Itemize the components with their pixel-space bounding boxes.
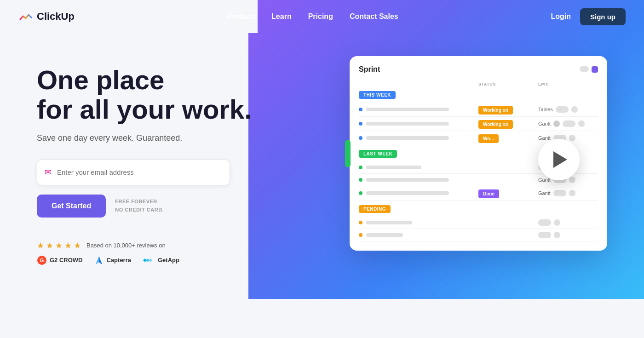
task-line xyxy=(366,108,449,111)
hero-dashboard: Sprint STATUS EPIC THIS WEEK xyxy=(281,52,616,251)
getapp-icon xyxy=(142,257,155,264)
reviews-section: ★ ★ ★ ★ ★ Based on 10,000+ reviews on G … xyxy=(37,241,281,265)
task-info xyxy=(359,178,478,182)
epic-info xyxy=(538,219,598,226)
badge-capterra-label: Capterra xyxy=(107,257,131,264)
star-3: ★ xyxy=(55,241,63,251)
card-title: Sprint xyxy=(359,65,380,74)
status-badge: Working on xyxy=(478,106,513,115)
table-row: Working on Tables xyxy=(359,103,598,117)
nav-links: Product Learn Pricing Contact Sales xyxy=(227,12,398,21)
table-row xyxy=(359,229,598,241)
svg-text:G: G xyxy=(40,258,44,263)
svg-marker-3 xyxy=(99,256,102,264)
epic-info: Gantt xyxy=(538,135,598,141)
card-header: Sprint xyxy=(359,65,598,74)
col-epic-header: EPIC xyxy=(538,82,598,86)
table-row: Working on Gantt xyxy=(359,117,598,131)
nav-learn[interactable]: Learn xyxy=(271,12,292,21)
task-dot xyxy=(359,178,362,182)
task-line xyxy=(366,136,449,140)
sidebar-accent xyxy=(345,140,351,167)
task-info xyxy=(359,166,478,169)
free-note: FREE FOREVER. NO CREDIT CARD. xyxy=(115,198,164,214)
form-actions: Get Started FREE FOREVER. NO CREDIT CARD… xyxy=(37,195,281,218)
task-dot xyxy=(359,136,362,140)
nav-actions: Login Sign up xyxy=(551,8,626,25)
task-dot xyxy=(359,122,362,126)
epic-label: Gantt xyxy=(538,135,551,141)
nav-pricing[interactable]: Pricing xyxy=(308,12,333,21)
hero-title: One place for all your work. xyxy=(37,65,281,124)
task-info xyxy=(359,136,478,140)
epic-label: Tables xyxy=(538,107,553,112)
epic-circle xyxy=(571,106,578,113)
status-badge: Done xyxy=(478,189,499,198)
g2-icon: G xyxy=(37,255,47,265)
epic-toggle xyxy=(553,190,566,196)
task-info xyxy=(359,122,478,126)
hero-section: One place for all your work. Save one da… xyxy=(37,52,281,265)
epic-info: Gantt xyxy=(538,190,598,196)
tag-this-week: THIS WEEK xyxy=(359,91,396,99)
task-line xyxy=(366,233,403,237)
epic-toggle xyxy=(556,106,569,113)
table-row: Done Gantt xyxy=(359,186,598,201)
logo[interactable]: ClickUp xyxy=(18,9,75,24)
signup-button[interactable]: Sign up xyxy=(580,8,626,25)
task-info xyxy=(359,221,478,224)
nav-contact-sales[interactable]: Contact Sales xyxy=(350,12,398,21)
task-line xyxy=(366,166,421,169)
login-button[interactable]: Login xyxy=(551,12,571,21)
task-info xyxy=(359,108,478,111)
review-badges: G G2 CROWD Capterra xyxy=(37,255,281,265)
badge-capterra: Capterra xyxy=(94,255,131,265)
task-line xyxy=(366,122,449,126)
get-started-button[interactable]: Get Started xyxy=(37,195,106,218)
task-line xyxy=(366,191,449,195)
task-line xyxy=(366,221,412,224)
tag-pending: PENDING xyxy=(359,205,391,213)
badge-getapp-label: GetApp xyxy=(158,257,179,264)
epic-circle xyxy=(554,219,560,226)
star-5: ★ xyxy=(74,241,81,251)
task-info xyxy=(359,191,478,195)
control-purple xyxy=(592,66,598,73)
play-icon xyxy=(553,151,567,168)
status-badge: Working on xyxy=(478,120,513,129)
task-dot xyxy=(359,221,362,224)
section-pending: PENDING xyxy=(359,204,598,241)
section-this-week: THIS WEEK Working on Tables xyxy=(359,90,598,145)
epic-circle xyxy=(553,120,560,127)
badge-g2: G G2 CROWD xyxy=(37,255,83,265)
nav-product[interactable]: Product xyxy=(227,12,255,21)
hero-title-line1: One place xyxy=(37,65,164,95)
task-dot xyxy=(359,108,362,111)
main-content: One place for all your work. Save one da… xyxy=(0,33,644,265)
epic-circle xyxy=(554,232,560,238)
navbar: ClickUp Product Learn Pricing Contact Sa… xyxy=(0,0,644,33)
email-input[interactable] xyxy=(57,168,222,176)
task-dot xyxy=(359,191,362,195)
tag-last-week: LAST WEEK xyxy=(359,150,397,158)
epic-label: Gantt xyxy=(538,177,551,183)
clickup-logo-icon xyxy=(18,9,33,24)
epic-info: Tables xyxy=(538,106,598,113)
epic-circle xyxy=(569,190,575,196)
table-header: STATUS EPIC xyxy=(359,80,598,88)
hero-subtitle: Save one day every week. Guaranteed. xyxy=(37,133,281,143)
email-icon: ✉ xyxy=(45,167,52,178)
capterra-icon xyxy=(94,255,104,265)
play-button[interactable] xyxy=(538,139,580,180)
epic-label: Gantt xyxy=(538,121,551,126)
epic-info: Gantt xyxy=(538,120,598,127)
card-controls xyxy=(580,66,598,73)
epic-label: Gantt xyxy=(538,190,551,196)
logo-text: ClickUp xyxy=(37,11,75,23)
epic-circle xyxy=(569,177,575,183)
task-line xyxy=(366,178,449,182)
control-toggle xyxy=(580,66,589,72)
epic-info xyxy=(538,232,598,238)
star-4: ★ xyxy=(64,241,72,251)
badge-g2-label: G2 CROWD xyxy=(50,257,83,264)
